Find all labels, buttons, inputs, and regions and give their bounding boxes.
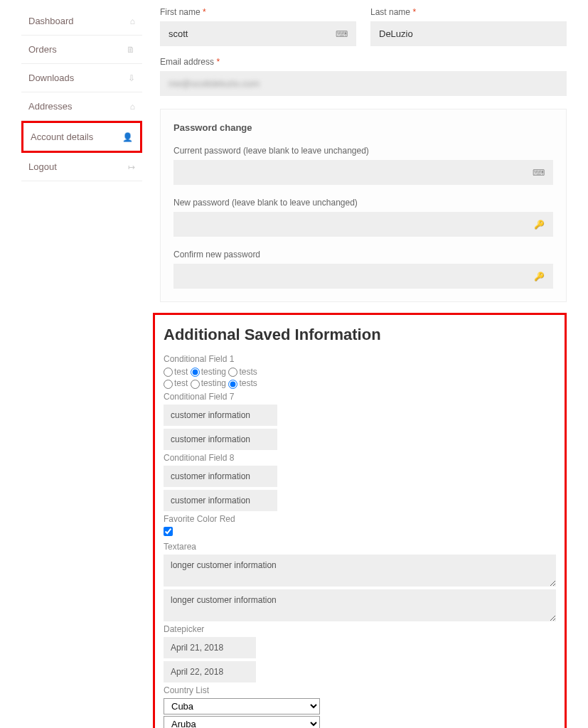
radio-test-2[interactable] — [164, 380, 173, 389]
textarea-label: Textarea — [164, 542, 556, 552]
email-input[interactable]: me@scottdeluzio.com — [160, 71, 567, 96]
additional-info-section: Additional Saved Information Conditional… — [153, 313, 567, 728]
datepicker-label: Datepicker — [164, 624, 556, 634]
password-fieldset: Password change Current password (leave … — [160, 109, 567, 302]
sidebar-item-label: Logout — [28, 161, 57, 172]
country-list-label: Country List — [164, 685, 556, 695]
radio-test-1[interactable] — [164, 368, 173, 377]
confirm-password-input[interactable] — [173, 264, 553, 289]
current-password-label: Current password (leave blank to leave u… — [173, 146, 553, 156]
new-password-input[interactable] — [173, 212, 553, 237]
conditional-field-1-label: Conditional Field 1 — [164, 354, 556, 364]
last-name-input[interactable] — [370, 21, 567, 46]
radio-testing-2[interactable] — [191, 380, 200, 389]
logout-icon: ↦ — [128, 162, 135, 172]
datepicker-2[interactable] — [164, 661, 256, 682]
keyboard-icon: ⌨ — [533, 168, 545, 178]
sidebar-item-label: Account details — [31, 132, 93, 142]
radio-testing-1[interactable] — [191, 368, 200, 377]
cond-field-7-input-1[interactable] — [164, 405, 277, 426]
sidebar-item-label: Downloads — [28, 73, 74, 83]
country-select-1[interactable]: Cuba — [164, 698, 320, 714]
dashboard-icon: ⌂ — [130, 16, 135, 26]
cond-field-8-input-2[interactable] — [164, 490, 277, 511]
sidebar-item-orders[interactable]: Orders 🗎 — [21, 36, 142, 64]
additional-heading: Additional Saved Information — [164, 326, 556, 344]
confirm-password-label: Confirm new password — [173, 250, 553, 259]
current-password-input[interactable] — [173, 160, 553, 185]
main-content: First name * ⌨ Last name * Email address… — [142, 7, 567, 728]
radio-tests-1[interactable] — [228, 368, 237, 377]
orders-icon: 🗎 — [127, 45, 135, 55]
textarea-1[interactable] — [164, 555, 556, 587]
conditional-field-7-label: Conditional Field 7 — [164, 392, 556, 402]
downloads-icon: ⇩ — [128, 73, 135, 83]
new-password-label: New password (leave blank to leave uncha… — [173, 198, 553, 208]
key-icon: 🔑 — [534, 220, 545, 230]
cond-field-7-input-2[interactable] — [164, 429, 277, 450]
sidebar-item-logout[interactable]: Logout ↦ — [21, 153, 142, 181]
user-icon: 👤 — [122, 132, 133, 142]
favorite-color-checkbox[interactable] — [164, 527, 173, 536]
key-icon: 🔑 — [534, 272, 545, 282]
sidebar-item-addresses[interactable]: Addresses ⌂ — [21, 92, 142, 121]
sidebar-item-label: Orders — [28, 44, 57, 55]
country-select-2[interactable]: Aruba — [164, 716, 320, 728]
addresses-icon: ⌂ — [130, 102, 135, 112]
sidebar-item-label: Dashboard — [28, 16, 74, 26]
datepicker-1[interactable] — [164, 637, 256, 658]
first-name-input[interactable] — [160, 21, 356, 46]
sidebar: Dashboard ⌂ Orders 🗎 Downloads ⇩ Address… — [21, 7, 142, 728]
sidebar-item-account-details[interactable]: Account details 👤 — [21, 121, 142, 153]
last-name-label: Last name * — [370, 7, 567, 17]
sidebar-item-label: Addresses — [28, 101, 72, 112]
conditional-field-8-label: Conditional Field 8 — [164, 453, 556, 463]
password-section-title: Password change — [173, 122, 553, 133]
radio-tests-2[interactable] — [228, 380, 237, 389]
keyboard-icon: ⌨ — [336, 29, 348, 39]
textarea-2[interactable] — [164, 589, 556, 621]
radio-row-1: test testing tests — [164, 367, 556, 377]
favorite-color-label: Favorite Color Red — [164, 514, 556, 524]
cond-field-8-input-1[interactable] — [164, 466, 277, 487]
email-label: Email address * — [160, 57, 567, 67]
first-name-label: First name * — [160, 7, 356, 17]
sidebar-item-dashboard[interactable]: Dashboard ⌂ — [21, 7, 142, 36]
radio-row-2: test testing tests — [164, 378, 556, 388]
sidebar-item-downloads[interactable]: Downloads ⇩ — [21, 64, 142, 92]
